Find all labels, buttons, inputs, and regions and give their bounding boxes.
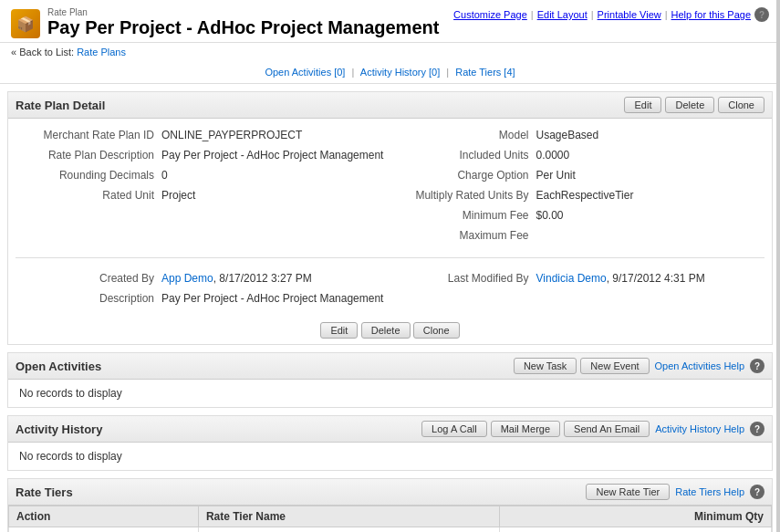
last-modified-by-row: Last Modified By Vindicia Demo, 9/17/201… [390,269,765,289]
edit-button-bottom[interactable]: Edit [320,322,358,339]
detail-left-col: Merchant Rate Plan ID ONLINE_PAYPERPROJE… [16,126,390,246]
created-by-value: App Demo, 8/17/2012 3:27 PM [161,272,312,285]
rate-plan-detail-bottom-grid: Created By App Demo, 8/17/2012 3:27 PM D… [8,262,772,317]
rate-tier-name-col-header: Rate Tier Name [198,506,500,527]
rate-plan-detail-header: Rate Plan Detail Edit Delete Clone [8,92,772,119]
rate-plan-detail-actions: Edit Delete Clone [624,97,764,113]
rounding-decimals-row: Rounding Decimals 0 [16,166,390,186]
minimum-qty-cell: 1.000000000 [500,527,772,533]
rate-plan-detail-grid: Merchant Rate Plan ID ONLINE_PAYPERPROJE… [8,119,772,254]
activity-history-header: Activity History Log A Call Mail Merge S… [8,416,772,443]
merchant-rate-plan-id-value: ONLINE_PAYPERPROJECT [161,129,302,141]
rate-tiers-section: Rate Tiers New Rate Tier Rate Tiers Help… [7,478,773,532]
last-modified-by-value: Vindicia Demo, 9/17/2012 4:31 PM [536,272,705,285]
section-nav: Open Activities [0] | Activity History [… [0,61,780,84]
charge-option-row: Charge Option Per Unit [390,166,765,186]
table-row: Edit | Del Casual 1.000000000 [9,527,772,533]
detail-bottom-left-col: Created By App Demo, 8/17/2012 3:27 PM D… [16,269,390,309]
record-type-label: Rate Plan [47,7,439,17]
maximum-fee-row: Maximum Fee [390,226,765,246]
last-modified-by-link[interactable]: Vindicia Demo [536,272,607,285]
breadcrumb: « Back to List: Rate Plans [0,43,780,61]
activity-history-help-link[interactable]: Activity History Help [655,423,744,434]
help-page-link[interactable]: Help for this Page [671,9,751,20]
send-email-button[interactable]: Send An Email [564,421,650,437]
rate-tiers-actions: New Rate Tier [586,484,670,500]
multiply-rated-units-value: EachRespectiveTier [536,189,634,202]
help-icon[interactable]: ? [754,7,769,22]
activity-history-title: Activity History [16,422,102,436]
page-title: Pay Per Project - AdHoc Project Manageme… [47,17,439,38]
rate-plan-detail-section: Rate Plan Detail Edit Delete Clone Merch… [7,91,773,345]
page-header: Rate Plan Pay Per Project - AdHoc Projec… [0,0,780,43]
scrollbar[interactable] [776,0,780,532]
printable-view-link[interactable]: Printable View [598,9,661,20]
customize-page-link[interactable]: Customize Page [453,9,527,20]
minimum-fee-row: Minimum Fee $0.00 [390,206,765,226]
rate-plan-icon [11,9,40,38]
rate-plan-detail-title: Rate Plan Detail [16,99,105,112]
activity-history-right: Log A Call Mail Merge Send An Email Acti… [421,421,764,437]
included-units-value: 0.0000 [536,149,570,162]
action-cell: Edit | Del [9,527,199,533]
created-by-row: Created By App Demo, 8/17/2012 3:27 PM [16,269,390,289]
open-activities-section: Open Activities New Task New Event Open … [7,352,773,408]
rate-tiers-help-icon[interactable]: ? [750,485,764,499]
mail-merge-button[interactable]: Mail Merge [491,421,560,437]
rate-tiers-tab[interactable]: Rate Tiers [4] [455,67,515,78]
activity-history-help-icon[interactable]: ? [750,422,764,436]
detail-divider [16,257,764,258]
rounding-decimals-value: 0 [161,169,168,182]
edit-layout-link[interactable]: Edit Layout [537,9,588,20]
activity-history-tab[interactable]: Activity History [0] [360,67,440,78]
rate-tiers-header: Rate Tiers New Rate Tier Rate Tiers Help… [8,479,772,506]
open-activities-tab[interactable]: Open Activities [0] [265,67,345,78]
description-value: Pay Per Project - AdHoc Project Manageme… [161,292,383,305]
minimum-qty-col-header: Minimum Qty [500,506,772,527]
new-task-button[interactable]: New Task [514,358,577,374]
rated-unit-row: Rated Unit Project [16,186,390,206]
rate-tier-name-cell: Casual [198,527,500,533]
rated-unit-value: Project [161,189,195,202]
open-activities-help-link[interactable]: Open Activities Help [655,360,744,371]
rate-tiers-table: Action Rate Tier Name Minimum Qty Edit |… [8,506,772,532]
new-rate-tier-button[interactable]: New Rate Tier [586,484,670,500]
rate-tiers-table-container: Action Rate Tier Name Minimum Qty Edit |… [8,506,772,532]
rate-tiers-help-link[interactable]: Rate Tiers Help [675,486,744,497]
open-activities-help-icon[interactable]: ? [750,359,764,373]
activity-history-section: Activity History Log A Call Mail Merge S… [7,415,773,471]
rate-plan-description-value: Pay Per Project - AdHoc Project Manageme… [161,149,383,162]
log-call-button[interactable]: Log A Call [421,421,487,437]
action-col-header: Action [9,506,199,527]
open-activities-title: Open Activities [16,360,101,373]
open-activities-right: New Task New Event Open Activities Help … [514,358,764,374]
new-event-button[interactable]: New Event [580,358,649,374]
delete-button-bottom[interactable]: Delete [361,322,411,339]
rate-plan-bottom-buttons: Edit Delete Clone [8,317,772,344]
open-activities-header: Open Activities New Task New Event Open … [8,353,772,380]
delete-button-top[interactable]: Delete [665,97,714,113]
rate-tiers-right: New Rate Tier Rate Tiers Help ? [586,484,764,500]
rate-plan-description-row: Rate Plan Description Pay Per Project - … [16,146,390,166]
detail-bottom-right-col: Last Modified By Vindicia Demo, 9/17/201… [390,269,765,309]
open-activities-no-records: No records to display [8,380,772,407]
open-activities-actions: New Task New Event [514,358,650,374]
detail-right-col: Model UsageBased Included Units 0.0000 C… [390,126,765,246]
merchant-rate-plan-id-row: Merchant Rate Plan ID ONLINE_PAYPERPROJE… [16,126,390,146]
model-value: UsageBased [536,129,599,141]
activity-history-no-records: No records to display [8,443,772,470]
clone-button-top[interactable]: Clone [718,97,764,113]
edit-button-top[interactable]: Edit [624,97,661,113]
rate-tiers-title: Rate Tiers [16,485,73,499]
minimum-fee-value: $0.00 [536,209,564,222]
created-by-link[interactable]: App Demo [161,272,213,285]
back-to-list-link[interactable]: Rate Plans [77,47,126,57]
model-row: Model UsageBased [390,126,765,146]
multiply-rated-units-row: Multiply Rated Units By EachRespectiveTi… [390,186,765,206]
header-links: Customize Page | Edit Layout | Printable… [453,7,769,22]
description-row: Description Pay Per Project - AdHoc Proj… [16,289,390,309]
included-units-row: Included Units 0.0000 [390,146,765,166]
charge-option-value: Per Unit [536,169,576,182]
activity-history-actions: Log A Call Mail Merge Send An Email [421,421,650,437]
clone-button-bottom[interactable]: Clone [413,322,460,339]
